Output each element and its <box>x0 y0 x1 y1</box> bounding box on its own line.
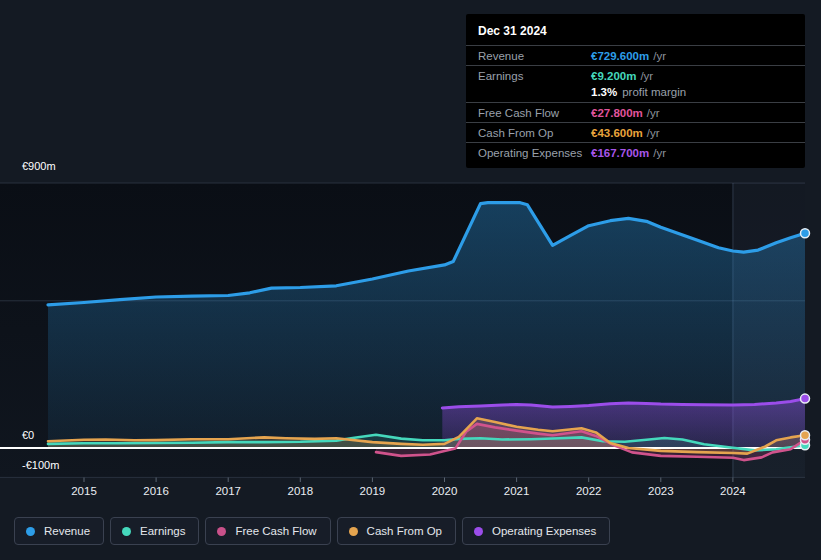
profit-margin-label: profit margin <box>622 86 686 98</box>
x-axis-label-2022: 2022 <box>567 485 611 497</box>
legend-label: Free Cash Flow <box>235 525 316 537</box>
x-axis-label-2017: 2017 <box>206 485 250 497</box>
y-axis-label-neg100m: -€100m <box>22 459 59 472</box>
legend: Revenue Earnings Free Cash Flow Cash Fro… <box>14 517 610 545</box>
revenue-dot-icon <box>26 527 35 536</box>
tooltip-label: Cash From Op <box>478 127 591 139</box>
y-axis-label-900m: €900m <box>22 160 56 173</box>
x-axis-label-2023: 2023 <box>639 485 683 497</box>
x-axis-label-2019: 2019 <box>350 485 394 497</box>
tooltip-card: Dec 31 2024 Revenue €729.600m /yr Earnin… <box>466 14 805 168</box>
x-axis-label-2016: 2016 <box>134 485 178 497</box>
x-axis-label-2020: 2020 <box>423 485 467 497</box>
legend-label: Operating Expenses <box>492 525 596 537</box>
financials-chart-panel: €900m €0 -€100m 201520162017201820192020… <box>0 0 821 560</box>
tooltip-label: Free Cash Flow <box>478 107 591 119</box>
profit-margin-value: 1.3% <box>591 86 617 98</box>
tooltip-date: Dec 31 2024 <box>466 16 805 45</box>
tooltip-suffix: /yr <box>647 107 660 119</box>
x-axis-label-2018: 2018 <box>278 485 322 497</box>
revenue-end-marker <box>801 229 810 238</box>
tooltip-suffix: /yr <box>653 147 666 159</box>
y-axis-label-0: €0 <box>22 429 34 442</box>
x-axis-label-2024: 2024 <box>711 485 755 497</box>
x-axis-label-2021: 2021 <box>495 485 539 497</box>
cash-from-op-dot-icon <box>349 527 358 536</box>
tooltip-row-profit-margin: 1.3% profit margin <box>466 85 805 102</box>
tooltip-row-free-cash-flow: Free Cash Flow €27.800m /yr <box>466 102 805 122</box>
cashop-end-marker <box>801 431 810 440</box>
tooltip-row-earnings: Earnings €9.200m /yr <box>466 65 805 85</box>
tooltip-suffix: /yr <box>647 127 660 139</box>
legend-item-earnings[interactable]: Earnings <box>110 517 199 545</box>
x-axis-label-2015: 2015 <box>62 485 106 497</box>
tooltip-value: €43.600m <box>591 127 643 139</box>
tooltip-value: €167.700m <box>591 147 649 159</box>
tooltip-label: Operating Expenses <box>478 147 591 159</box>
tooltip-label: Earnings <box>478 70 591 82</box>
legend-item-operating-expenses[interactable]: Operating Expenses <box>462 517 610 545</box>
tooltip-suffix: /yr <box>653 50 666 62</box>
legend-item-revenue[interactable]: Revenue <box>14 517 104 545</box>
tooltip-row-operating-expenses: Operating Expenses €167.700m /yr <box>466 142 805 162</box>
free-cash-flow-dot-icon <box>217 527 226 536</box>
legend-item-cash-from-op[interactable]: Cash From Op <box>337 517 456 545</box>
legend-label: Cash From Op <box>367 525 442 537</box>
tooltip-value: €27.800m <box>591 107 643 119</box>
tooltip-label: Revenue <box>478 50 591 62</box>
legend-label: Revenue <box>44 525 90 537</box>
legend-item-free-cash-flow[interactable]: Free Cash Flow <box>205 517 330 545</box>
tooltip-value: €729.600m <box>591 50 649 62</box>
legend-label: Earnings <box>140 525 185 537</box>
tooltip-row-revenue: Revenue €729.600m /yr <box>466 45 805 65</box>
tooltip-row-cash-from-op: Cash From Op €43.600m /yr <box>466 122 805 142</box>
opex-end-marker <box>801 394 810 403</box>
tooltip-value: €9.200m <box>591 70 636 82</box>
x-axis-ticks <box>84 478 733 483</box>
earnings-dot-icon <box>122 527 131 536</box>
tooltip-suffix: /yr <box>640 70 653 82</box>
operating-expenses-dot-icon <box>474 527 483 536</box>
